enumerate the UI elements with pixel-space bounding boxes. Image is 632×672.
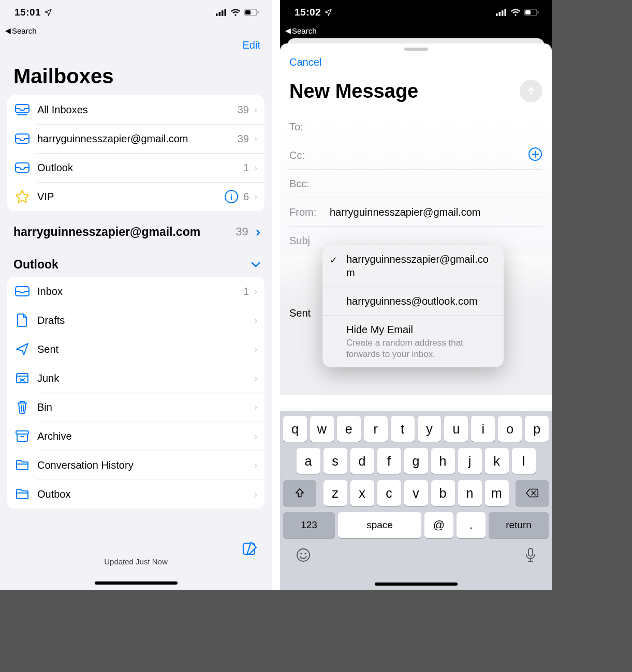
- key-y[interactable]: y: [418, 416, 442, 442]
- chevron-right-icon: ›: [254, 402, 257, 413]
- numbers-key[interactable]: 123: [283, 512, 335, 538]
- from-field[interactable]: From: harryguinnesszapier@gmail.com: [289, 198, 542, 227]
- key-o[interactable]: o: [498, 416, 522, 442]
- key-c[interactable]: c: [377, 480, 401, 506]
- from-option-label: Hide My Email: [346, 323, 494, 336]
- mailbox-row[interactable]: Inbox1›: [7, 277, 264, 306]
- key-i[interactable]: i: [471, 416, 495, 442]
- dictation-button[interactable]: [525, 547, 536, 565]
- mailbox-row[interactable]: Bin›: [7, 393, 264, 422]
- key-l[interactable]: l: [512, 448, 536, 474]
- mailbox-label: VIP: [37, 191, 225, 203]
- key-k[interactable]: k: [485, 448, 509, 474]
- key-e[interactable]: e: [337, 416, 361, 442]
- body-preview[interactable]: Sent: [280, 292, 320, 335]
- account-section-header[interactable]: harryguinnesszapier@gmail.com39›: [0, 211, 272, 245]
- key-z[interactable]: z: [324, 480, 347, 506]
- chevron-right-icon: ›: [254, 286, 257, 297]
- edit-button[interactable]: Edit: [0, 36, 272, 51]
- key-j[interactable]: j: [458, 448, 482, 474]
- chevron-right-icon: ›: [254, 191, 257, 202]
- key-r[interactable]: r: [364, 416, 388, 442]
- key-t[interactable]: t: [391, 416, 415, 442]
- mailbox-row[interactable]: Outbox›: [7, 480, 264, 509]
- chevron-right-icon: ›: [254, 315, 257, 326]
- account-unread-count: 39: [236, 225, 248, 238]
- account-section-header[interactable]: Outlook: [0, 245, 272, 277]
- mailbox-row[interactable]: Outlook1›: [7, 153, 264, 182]
- keyboard: qwertyuiop asdfghjkl zxcvbnm 123 space @…: [280, 411, 552, 590]
- key-s[interactable]: s: [324, 448, 347, 474]
- battery-icon: [244, 9, 259, 16]
- key-q[interactable]: q: [283, 416, 307, 442]
- mailbox-row[interactable]: All Inboxes39›: [7, 95, 264, 124]
- key-d[interactable]: d: [350, 448, 374, 474]
- from-option[interactable]: Hide My EmailCreate a random address tha…: [322, 315, 504, 367]
- from-address-popover: ✓harryguinnesszapier@gmail.comharryguinn…: [322, 245, 504, 367]
- add-contact-button[interactable]: [528, 147, 542, 163]
- star-icon: [7, 189, 37, 204]
- mailbox-label: Outbox: [37, 488, 254, 500]
- key-m[interactable]: m: [485, 480, 509, 506]
- checkmark-icon: ✓: [330, 255, 337, 266]
- key-x[interactable]: x: [350, 480, 374, 506]
- mailbox-row[interactable]: Conversation History›: [7, 451, 264, 480]
- from-option-label: harryguinness@outlook.com: [346, 294, 494, 308]
- key-p[interactable]: p: [525, 416, 549, 442]
- plus-circle-icon: [528, 147, 542, 161]
- cancel-button[interactable]: Cancel: [289, 56, 321, 68]
- svg-rect-2: [222, 10, 224, 16]
- svg-point-24: [304, 552, 306, 554]
- trash-icon: [7, 400, 37, 414]
- key-b[interactable]: b: [431, 480, 455, 506]
- mailbox-label: Junk: [37, 372, 254, 384]
- svg-rect-3: [225, 9, 227, 16]
- at-key[interactable]: @: [424, 512, 453, 538]
- backspace-key[interactable]: [516, 480, 549, 506]
- folder-icon: [7, 488, 37, 500]
- mailbox-row[interactable]: VIPi6›: [7, 182, 264, 211]
- svg-rect-1: [219, 12, 221, 16]
- back-triangle-icon: ◀: [285, 26, 291, 35]
- compose-button[interactable]: [242, 540, 258, 559]
- from-option[interactable]: ✓harryguinnesszapier@gmail.com: [322, 245, 504, 287]
- return-key[interactable]: return: [489, 512, 549, 538]
- mailbox-row[interactable]: harryguinnesszapier@gmail.com39›: [7, 124, 264, 153]
- mic-icon: [525, 547, 536, 563]
- compose-screen: 15:02 ◀ Search Cancel New Message To:: [280, 0, 552, 590]
- bcc-field[interactable]: Bcc:: [289, 170, 542, 198]
- shift-key[interactable]: [283, 480, 316, 506]
- home-indicator[interactable]: [95, 581, 178, 585]
- key-v[interactable]: v: [404, 480, 428, 506]
- mailbox-label: Drafts: [37, 315, 254, 326]
- to-field[interactable]: To:: [289, 113, 542, 141]
- key-a[interactable]: a: [297, 448, 320, 474]
- doc-icon: [7, 313, 37, 327]
- home-indicator[interactable]: [375, 583, 458, 586]
- dot-key[interactable]: .: [457, 512, 486, 538]
- from-option[interactable]: harryguinness@outlook.com: [322, 287, 504, 315]
- mailbox-row[interactable]: Archive›: [7, 422, 264, 451]
- key-n[interactable]: n: [458, 480, 482, 506]
- mailbox-row[interactable]: Junk›: [7, 364, 264, 393]
- mailbox-label: Sent: [37, 344, 254, 355]
- compose-icon: [242, 540, 258, 557]
- info-button[interactable]: i: [225, 190, 238, 203]
- key-f[interactable]: f: [377, 448, 401, 474]
- emoji-button[interactable]: [296, 547, 311, 565]
- cellular-icon: [496, 9, 507, 16]
- cc-field[interactable]: Cc:: [289, 141, 542, 170]
- key-g[interactable]: g: [404, 448, 428, 474]
- send-button[interactable]: [520, 80, 542, 102]
- key-h[interactable]: h: [431, 448, 455, 474]
- bcc-label: Bcc:: [289, 178, 326, 190]
- mailbox-row[interactable]: Sent›: [7, 335, 264, 364]
- svg-rect-20: [538, 11, 539, 14]
- space-key[interactable]: space: [338, 512, 421, 538]
- back-to-search[interactable]: ◀ Search: [0, 25, 272, 36]
- back-to-search[interactable]: ◀ Search: [280, 25, 552, 36]
- chevron-right-icon: ›: [254, 373, 257, 384]
- key-w[interactable]: w: [310, 416, 334, 442]
- mailbox-row[interactable]: Drafts›: [7, 306, 264, 335]
- key-u[interactable]: u: [444, 416, 468, 442]
